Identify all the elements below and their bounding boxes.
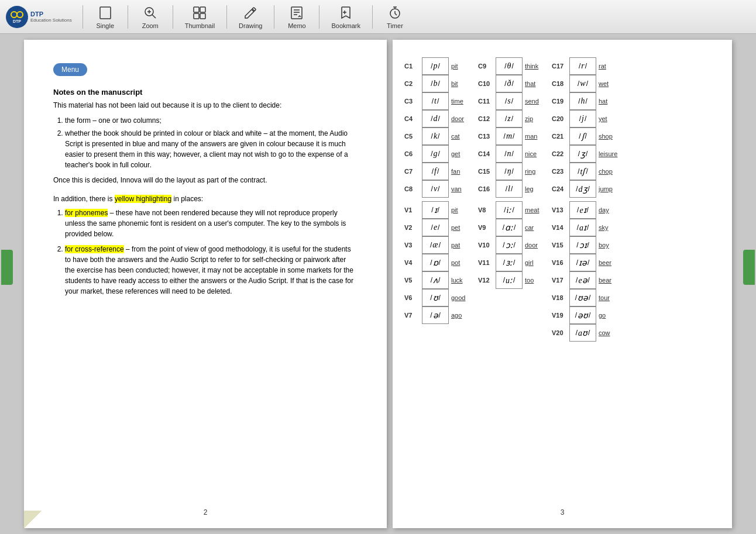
phoneme-row-v20: V20 aʊ cow (552, 324, 621, 342)
logo-sub-text: Education Solutions (30, 18, 72, 23)
phoneme-row-v8: V8 iː meat (478, 201, 547, 219)
phoneme-table-area: C1 p pit C2 b bit C3 t time C4 d doo (404, 57, 720, 342)
logo-main-text: DTP (30, 11, 72, 18)
single-button[interactable]: Single (88, 2, 123, 32)
consonants-col3: C17 r rat C18 w wet C19 h hat C20 j (552, 57, 621, 342)
vowel-long-col2: V8 iː meat V9 ɑː car V10 ɔː door (478, 201, 547, 289)
thumbnail-icon (191, 5, 208, 21)
toolbar-divider-2 (128, 5, 128, 29)
timer-button[interactable]: Timer (377, 2, 413, 32)
notes-item-2: whether the book should be printed in co… (65, 128, 358, 170)
svg-text:DTP: DTP (13, 19, 21, 23)
phoneme-row-c1: C1 p pit (404, 57, 473, 75)
svg-line-6 (152, 15, 156, 18)
phoneme-row-v13: V13 eɪ day (552, 201, 621, 219)
svg-rect-9 (194, 7, 199, 12)
thumbnail-button[interactable]: Thumbnail (178, 2, 222, 32)
svg-rect-12 (200, 13, 205, 19)
contract-text: Once this is decided, Innova will do the… (53, 175, 358, 185)
zoom-button[interactable]: Zoom (133, 2, 168, 32)
phoneme-row-v17: V17 eə bear (552, 271, 621, 289)
bookmark-icon (338, 5, 354, 21)
phoneme-row-c7: C7 f fan (404, 163, 473, 180)
phoneme-row-v1: V1 ɪ pit (404, 201, 473, 219)
toolbar-divider-3 (173, 5, 173, 29)
drawing-label: Drawing (239, 22, 262, 29)
phoneme-row-v19: V19 əʊ go (552, 306, 621, 324)
memo-button[interactable]: Memo (279, 2, 314, 32)
drawing-button[interactable]: Drawing (232, 2, 269, 32)
bookmark-label: Bookmark (331, 22, 360, 29)
phoneme-row-c21: C21 ʃ shop (552, 128, 621, 145)
toolbar-divider-7 (372, 5, 373, 29)
phoneme-row-v6: V6 ʊ good (404, 289, 473, 306)
timer-label: Timer (387, 22, 403, 29)
contract-section: Once this is decided, Innova will do the… (53, 175, 358, 185)
vowel-diphthong-col3: V13 eɪ day V14 aɪ sky V15 ɔɪ boy (552, 201, 621, 342)
page-number-right: 3 (561, 508, 565, 516)
memo-label: Memo (288, 22, 306, 29)
phoneme-row-v12: V12 uː too (478, 271, 547, 289)
phoneme-row-v11: V11 ɜː girl (478, 254, 547, 271)
phoneme-row-c18: C18 w wet (552, 75, 621, 92)
phoneme-row-c17: C17 r rat (552, 57, 621, 75)
phoneme-row-c20: C20 j yet (552, 110, 621, 128)
vowel-short-col1: V1 ɪ pit V2 e pet V3 æ pat (404, 201, 473, 324)
notes-section: Notes on the manuscript This material ha… (53, 88, 358, 170)
toolbar-divider-5 (274, 5, 274, 29)
phoneme-row-c24: C24 dʒ jump (552, 180, 621, 198)
addition-intro: In addition, there is yellow highlightin… (53, 194, 358, 204)
addition-item-2: for cross-reference – from the point of … (65, 244, 358, 297)
phoneme-row-c22: C22 ʒ leisure (552, 145, 621, 163)
phoneme-row-c16: C16 l leg (478, 180, 547, 198)
addition-item-1: for phonemes – these have not been rende… (65, 208, 358, 239)
notes-intro: This material has not been laid out beca… (53, 100, 358, 111)
yellow-highlight: yellow highlighting (115, 195, 171, 203)
phoneme-row-v15: V15 ɔɪ boy (552, 236, 621, 254)
phoneme-row-c10: C10 ð that (478, 75, 547, 92)
phoneme-row-c8: C8 v van (404, 180, 473, 198)
page-corner-left (24, 511, 42, 528)
phoneme-row-c6: C6 g get (404, 145, 473, 163)
consonants-col1: C1 p pit C2 b bit C3 t time C4 d doo (404, 57, 473, 342)
phoneme-row-v3: V3 æ pat (404, 236, 473, 254)
nav-left-arrow[interactable] (1, 250, 13, 285)
phoneme-row-c12: C12 z zip (478, 110, 547, 128)
toolbar-divider-6 (319, 5, 319, 29)
phoneme-row-c19: C19 h hat (552, 92, 621, 110)
phoneme-row-v10: V10 ɔː door (478, 236, 547, 254)
svg-point-0 (7, 7, 27, 27)
nav-right-arrow[interactable] (743, 250, 755, 285)
page-number-left: 2 (204, 508, 208, 516)
phoneme-row-v16: V16 ɪə beer (552, 254, 621, 271)
phoneme-row-c23: C23 tʃ chop (552, 163, 621, 180)
phoneme-row-c3: C3 t time (404, 92, 473, 110)
phoneme-row-v4: V4 ɒ pot (404, 254, 473, 271)
phoneme-row-v5: V5 ʌ luck (404, 271, 473, 289)
phoneme-row-v2: V2 e pet (404, 219, 473, 236)
phoneme-row-c5: C5 k cat (404, 128, 473, 145)
cross-ref-highlight: for cross-reference (65, 245, 124, 253)
notes-title: Notes on the manuscript (53, 88, 358, 97)
phoneme-row-v9: V9 ɑː car (478, 219, 547, 236)
consonants-col2: C9 θ think C10 ð that C11 s send C12 z (478, 57, 547, 342)
toolbar-divider-1 (83, 5, 83, 29)
phoneme-row-v14: V14 aɪ sky (552, 219, 621, 236)
timer-icon (387, 5, 403, 21)
phonemes-highlight: for phonemes (65, 209, 108, 217)
toolbar: DTP DTP Education Solutions Single Zoom (0, 0, 756, 34)
notes-item-1: the form – one or two columns; (65, 115, 358, 126)
drawing-icon (242, 5, 259, 21)
svg-rect-10 (200, 7, 205, 12)
svg-rect-4 (100, 7, 111, 19)
logo: DTP DTP Education Solutions (6, 6, 72, 28)
menu-button[interactable]: Menu (53, 63, 87, 76)
phoneme-row-v18: V18 ʊə tour (552, 289, 621, 306)
phoneme-row-c4: C4 d door (404, 110, 473, 128)
main-area: Menu Notes on the manuscript This materi… (0, 34, 756, 534)
memo-icon (288, 5, 305, 21)
bookmark-button[interactable]: Bookmark (324, 2, 367, 32)
toolbar-divider-4 (226, 5, 227, 29)
page-left: Menu Notes on the manuscript This materi… (24, 40, 387, 528)
single-label: Single (96, 22, 114, 29)
